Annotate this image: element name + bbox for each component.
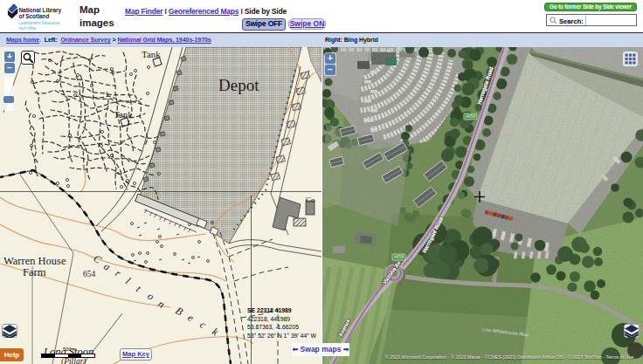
svg-text:Tank: Tank [114,109,133,120]
svg-text:Warren House: Warren House [3,255,66,267]
svg-text:Farm: Farm [23,266,46,278]
svg-text:of Scotland: of Scotland [19,13,50,19]
svg-text:(Pillar): (Pillar) [61,357,86,364]
svg-text:Tank: Tank [142,49,161,59]
svg-text:Co: Co [306,196,315,204]
svg-text:654: 654 [83,270,96,278]
svg-text:na h-Alba: na h-Alba [19,26,37,31]
svg-text:Depot: Depot [218,76,259,94]
svg-text:Leabharlann Nàiseanta: Leabharlann Nàiseanta [19,21,60,25]
